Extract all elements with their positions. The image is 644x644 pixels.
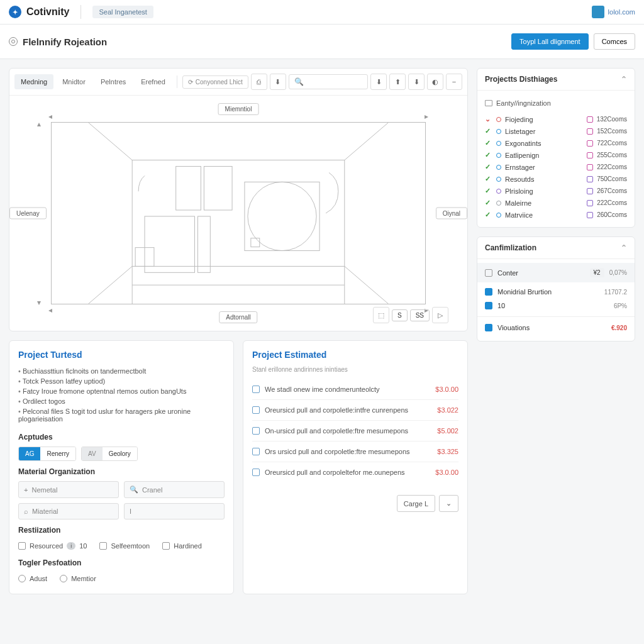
opt-selfeemtoon[interactable]: Selfeemtoon <box>99 542 150 550</box>
svg-rect-11 <box>245 182 319 250</box>
conf-value: 11707.2 <box>604 289 627 296</box>
radio-memtior[interactable]: Memtior <box>60 575 96 582</box>
checkbox[interactable] <box>485 302 492 309</box>
dim-top: Miemntiol <box>218 103 259 115</box>
opt-hardined[interactable]: Hardined <box>162 542 202 550</box>
tab-pelntres[interactable]: Pelntres <box>94 74 132 89</box>
est-row[interactable]: Ors ursicd pull and corpoletle:ftre mesu… <box>252 441 458 462</box>
item-icon <box>252 427 260 435</box>
est-price: $3.0.00 <box>435 386 458 393</box>
dist-value: 750Ccoms <box>597 175 627 182</box>
dist-row[interactable]: ⌄ Fiojeding 132Cooms <box>485 113 627 125</box>
badge-icon <box>587 188 593 194</box>
toolbar-download-icon[interactable]: ⬇ <box>270 74 286 90</box>
toolbar-btn-d[interactable]: ◐ <box>427 74 443 90</box>
dist-row[interactable]: ✓ Eatlipenign 255Ccoms <box>485 149 627 161</box>
field-material[interactable]: ⌕Miaterial <box>18 503 119 519</box>
brand-tag[interactable]: Seal Inganetest <box>92 6 153 18</box>
user-area[interactable]: lolol.com <box>592 6 635 18</box>
toolbar-select[interactable]: ⟳Conyonned Lhict <box>182 75 248 89</box>
dist-value: 152Ccoms <box>597 128 627 135</box>
canvas-area[interactable]: Miemntiol Adtornall Uelenay Oiynal ◂ ▸ ◂… <box>9 96 467 331</box>
radio-adust[interactable]: Adust <box>18 575 47 582</box>
secondary-action-button[interactable]: Comces <box>594 33 635 50</box>
est-row[interactable]: On-ursicd pull and corpoletle:ftre mesum… <box>252 421 458 441</box>
plus-icon: + <box>24 486 28 494</box>
est-text: On-ursicd pull and corpoletle:ftre mesum… <box>265 427 432 435</box>
brand-name: Cotivnity <box>26 6 69 18</box>
dist-row[interactable]: ✓ Matrviice 260Ccoms <box>485 209 627 221</box>
est-row[interactable]: Oreursicd pull and corpoletle:intfre cun… <box>252 400 458 421</box>
check-icon: ✓ <box>485 151 492 159</box>
field-cranel[interactable]: 🔍Cranel <box>124 481 225 498</box>
status-dot-icon <box>496 165 501 170</box>
toolbar-btn-b[interactable]: ⬆ <box>389 74 406 90</box>
est-row[interactable]: Oreursicd pull and corpoleltefor me.oune… <box>252 462 458 482</box>
status-dot-icon <box>496 141 501 146</box>
toolbar-btn-minus[interactable]: − <box>446 74 462 90</box>
carge-dropdown[interactable]: ⌄ <box>439 495 458 512</box>
status-dot-icon <box>496 213 501 218</box>
checkbox[interactable] <box>485 324 492 331</box>
primary-action-button[interactable]: Toypl Lall dlignment <box>511 33 589 50</box>
chipgroup-b[interactable]: AV Geolory <box>81 447 138 461</box>
tab-erefned[interactable]: Erefned <box>135 74 172 89</box>
conf-pill: ¥2 <box>590 268 604 277</box>
page-prev-icon[interactable]: ⬚ <box>373 307 389 323</box>
page-next-icon[interactable]: ▷ <box>432 307 448 323</box>
conf-label: Monidrial Brurtion <box>497 288 599 296</box>
toolbar-search[interactable]: 🔍 <box>289 74 368 89</box>
svg-point-10 <box>248 182 316 250</box>
dist-row[interactable]: ✓ Exgonatints 722Ccoms <box>485 137 627 149</box>
conf-value: 6P% <box>614 303 627 309</box>
toolbar-tool-1[interactable]: ⎙ <box>251 74 267 90</box>
badge-icon <box>587 212 593 218</box>
project-turted-panel: Project Turtesd Buchiassttiun ficlnoits … <box>9 340 234 594</box>
checkbox[interactable] <box>485 269 492 277</box>
page-a: S <box>392 309 408 321</box>
tab-medning[interactable]: Medning <box>14 74 53 89</box>
dist-row[interactable]: ✓ Resoutds 750Ccoms <box>485 173 627 185</box>
breadcrumb[interactable]: Eanty//ingnization <box>485 97 627 113</box>
est-row[interactable]: We stadl onew ime condmerunteolcty $3.0.… <box>252 379 458 400</box>
topbar: ✦ Cotivnity Seal Inganetest lolol.com <box>0 0 644 25</box>
chip-renerry[interactable]: Renerry <box>40 447 75 460</box>
toolbar-btn-c[interactable]: ⬇ <box>408 74 425 90</box>
est-text: Oreursicd pull and corpoleltefor me.oune… <box>265 469 430 476</box>
search-input[interactable] <box>308 78 362 86</box>
toolbar-btn-a[interactable]: ⬇ <box>370 74 387 90</box>
list-item: Totck Pesson latfey uptiod) <box>18 376 225 386</box>
status-dot-icon <box>496 117 501 122</box>
dist-value: 722Ccoms <box>597 140 627 147</box>
dist-row[interactable]: ✓ Maleirne 222Ccoms <box>485 197 627 209</box>
chip-geolory[interactable]: Geolory <box>103 447 137 460</box>
rest-heading: Restiization <box>18 526 225 535</box>
field-nemetal[interactable]: +Nemetal <box>18 481 119 498</box>
field-blank[interactable]: I <box>124 503 225 519</box>
chipgroup-a[interactable]: AG Renerry <box>18 447 76 461</box>
user-link[interactable]: lolol.com <box>608 8 635 16</box>
svg-rect-13 <box>204 167 232 211</box>
turted-bullets: Buchiassttiun ficlnoits on tandermectbol… <box>18 366 225 424</box>
dist-name: Plrisloing <box>505 187 583 195</box>
canvas-panel: Medning Mnidtor Pelntres Erefned ⟳Conyon… <box>9 68 468 331</box>
dist-row[interactable]: ✓ Listetager 152Ccoms <box>485 125 627 137</box>
chip-av[interactable]: AV <box>82 447 103 460</box>
tab-mnidtor[interactable]: Mnidtor <box>56 74 92 89</box>
status-dot-icon <box>496 201 501 206</box>
dist-row[interactable]: ✓ Plrisloing 267Ccoms <box>485 185 627 197</box>
collapse-icon[interactable]: ⌃ <box>621 243 627 252</box>
est-text: Ors ursicd pull and corpoletle:ftre mesu… <box>265 448 432 455</box>
opt-resourced[interactable]: Resourcedi10 <box>18 542 87 550</box>
dist-row[interactable]: ✓ Ernstager 222Ccoms <box>485 161 627 173</box>
chip-ag[interactable]: AG <box>19 447 40 460</box>
arrow-icon: ◂ <box>48 306 52 314</box>
floorplan-drawing[interactable] <box>51 122 426 304</box>
dist-name: Listetager <box>505 128 583 135</box>
carge-button[interactable]: Carge L <box>397 495 435 512</box>
badge-icon <box>587 140 593 147</box>
est-note: Stanl erillonne andirinnes inintiaes <box>252 366 458 373</box>
checkbox[interactable] <box>485 288 492 296</box>
collapse-icon[interactable]: ⌃ <box>621 75 627 84</box>
badge-icon <box>587 200 593 206</box>
